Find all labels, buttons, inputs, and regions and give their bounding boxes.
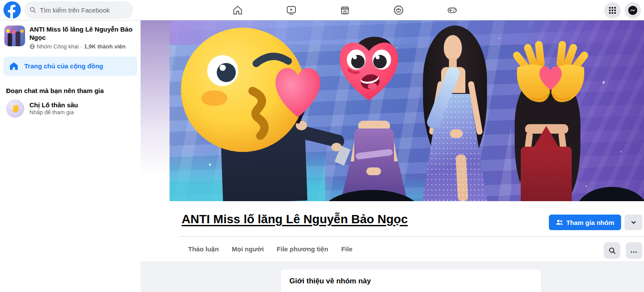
nav-groups-button[interactable]	[372, 0, 425, 20]
global-search[interactable]	[24, 1, 133, 19]
messenger-icon	[628, 5, 638, 16]
heart-hands-emoji-sticker	[509, 36, 592, 115]
kiss-emoji-sticker	[177, 21, 327, 160]
about-card: Giới thiệu về nhóm này	[281, 270, 541, 292]
chat-name: Chị Lố thần sầu	[29, 101, 78, 109]
avatar-emoji-dot	[20, 29, 24, 33]
cover-area	[141, 20, 644, 201]
top-nav-bar	[0, 0, 644, 20]
about-card-title: Giới thiệu về nhóm này	[289, 277, 532, 286]
left-sidebar: ANTI Miss lố lăng Lê Nguyễn Bảo Ngọc Nhó…	[0, 20, 141, 292]
chats-section-title: Đoạn chat mà bạn nên tham gia	[6, 87, 141, 94]
group-privacy: Nhóm Công khai	[37, 43, 79, 50]
group-meta: Nhóm Công khai · 1,9K thành viên	[29, 43, 136, 50]
home-icon	[9, 61, 19, 71]
sidebar-item-label: Trang chủ của cộng đồng	[24, 62, 103, 70]
tab-media[interactable]: File phương tiện	[270, 237, 335, 261]
group-feed-area: Giới thiệu về nhóm này	[141, 261, 644, 292]
contestant-hands	[450, 129, 463, 138]
messenger-button[interactable]	[625, 2, 641, 19]
marketplace-icon	[339, 4, 351, 16]
group-search-button[interactable]	[604, 242, 620, 259]
tab-files[interactable]: File	[335, 237, 359, 261]
heart-face-emoji-sticker	[329, 27, 409, 109]
group-title[interactable]: ANTI Miss lố lăng Lê Nguyễn Bảo Ngọc	[182, 212, 408, 226]
group-actions-chevron-button[interactable]	[625, 215, 642, 230]
group-avatar	[4, 26, 25, 46]
group-name: ANTI Miss lố lăng Lê Nguyễn Bảo Ngọc	[29, 26, 136, 42]
nav-marketplace-button[interactable]	[318, 0, 372, 20]
home-icon	[232, 4, 244, 16]
gaming-icon	[446, 4, 458, 16]
sidebar-group-header[interactable]: ANTI Miss lố lăng Lê Nguyễn Bảo Ngọc Nhó…	[0, 20, 141, 52]
join-group-button[interactable]: Tham gia nhóm	[549, 215, 621, 230]
nav-watch-button[interactable]	[264, 0, 318, 20]
apps-menu-button[interactable]	[604, 2, 621, 19]
group-header-bar: ANTI Miss lố lăng Lê Nguyễn Bảo Ngọc Tha…	[141, 201, 644, 261]
stage-sparkles	[170, 20, 171, 22]
facebook-logo-icon	[3, 1, 21, 19]
tab-discussion[interactable]: Thảo luận	[182, 237, 225, 261]
watch-icon	[285, 4, 297, 16]
red-dress	[521, 147, 572, 201]
contestant-face	[444, 35, 462, 60]
header-nav	[211, 0, 479, 20]
meta-separator: ·	[80, 43, 82, 50]
chat-avatar	[6, 99, 24, 118]
group-tabs: Thảo luận Mọi người File phương tiện Fil…	[182, 237, 359, 261]
join-button-label: Tham gia nhóm	[566, 219, 614, 226]
group-members-icon	[556, 219, 563, 226]
search-icon	[609, 247, 616, 254]
avatar-emoji-dot	[6, 29, 10, 33]
search-input[interactable]	[40, 6, 122, 14]
avatar-figure	[8, 33, 12, 46]
chevron-down-icon	[630, 218, 638, 226]
chat-subtitle: Nhấp để tham gia	[29, 109, 78, 116]
groups-icon	[393, 4, 404, 16]
globe-icon	[29, 44, 35, 49]
avatar-figure	[16, 32, 20, 46]
facebook-group-page: { "header": { "search_placeholder": "Tìm…	[0, 0, 644, 292]
nav-home-button[interactable]	[211, 0, 264, 20]
facebook-logo[interactable]	[3, 1, 21, 19]
avatar-emoji-dot	[12, 30, 16, 34]
waving-hand-icon	[10, 103, 20, 114]
chat-list-item[interactable]: Chị Lố thần sầu Nhấp để tham gia	[0, 96, 141, 121]
purple-dress-bodice	[354, 128, 394, 165]
apps-grid-icon	[608, 6, 617, 15]
group-members-count: 1,9K thành viên	[84, 43, 125, 50]
group-more-button[interactable]: ...	[626, 242, 642, 259]
sidebar-item-community-home[interactable]: Trang chủ của cộng đồng	[3, 57, 137, 76]
search-icon	[29, 6, 36, 13]
contestant-hands	[366, 167, 381, 175]
tab-people[interactable]: Mọi người	[225, 237, 270, 261]
main-content: ANTI Miss lố lăng Lê Nguyễn Bảo Ngọc Tha…	[141, 20, 644, 292]
nav-gaming-button[interactable]	[425, 0, 479, 20]
cover-photo[interactable]	[170, 20, 644, 201]
